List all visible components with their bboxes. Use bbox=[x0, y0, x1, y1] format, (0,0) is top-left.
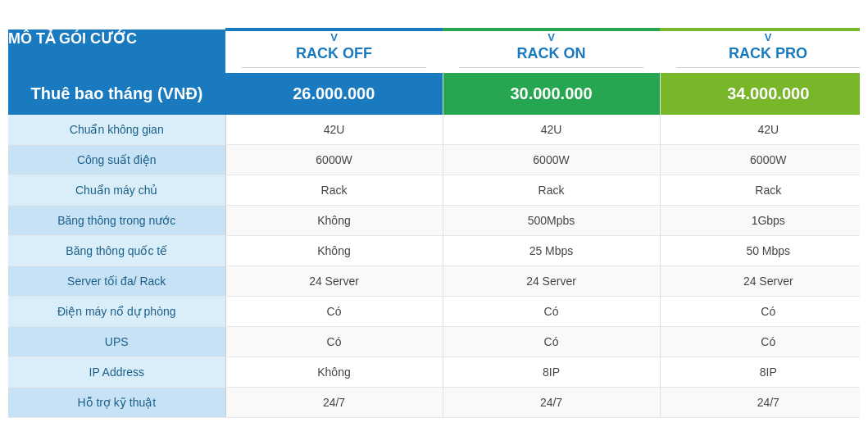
row-value-rack-on: 24 Server bbox=[443, 266, 660, 296]
table-row: UPS Có Có Có bbox=[8, 326, 860, 356]
price-label: Thuê bao tháng (VNĐ) bbox=[8, 73, 225, 115]
row-value-rack-pro: 50 Mbps bbox=[660, 235, 860, 266]
desc-label: MÔ TẢ GÓI CƯỚC bbox=[8, 30, 137, 47]
row-label: Chuẩn máy chủ bbox=[8, 175, 225, 205]
table-row: Băng thông trong nước Không 500Mpbs 1Gbp… bbox=[8, 205, 860, 235]
row-value-rack-off: 24/7 bbox=[225, 387, 443, 417]
row-value-rack-off: Rack bbox=[225, 175, 443, 205]
row-value-rack-on: Có bbox=[443, 296, 660, 326]
plan-divider-rack-on bbox=[459, 67, 643, 68]
plan-name-rack-on: RACK ON bbox=[443, 45, 660, 62]
table-row: Công suất điện 6000W 6000W 6000W bbox=[8, 144, 860, 175]
row-value-rack-pro: 6000W bbox=[660, 144, 860, 175]
row-value-rack-pro: Có bbox=[660, 296, 860, 326]
row-label: UPS bbox=[8, 326, 225, 356]
price-row: Thuê bao tháng (VNĐ) 26.000.000 30.000.0… bbox=[8, 73, 860, 115]
row-value-rack-pro: 24 Server bbox=[660, 266, 860, 296]
plan-v-rack-on: V bbox=[443, 31, 660, 43]
header-row: MÔ TẢ GÓI CƯỚC V RACK OFF V RACK ON V RA… bbox=[8, 30, 860, 73]
price-rack-off: 26.000.000 bbox=[225, 73, 443, 115]
row-value-rack-off: Không bbox=[225, 356, 443, 387]
row-label: Băng thông trong nước bbox=[8, 205, 225, 235]
plan-divider-rack-off bbox=[242, 67, 426, 68]
row-value-rack-off: 42U bbox=[225, 115, 443, 145]
table-row: Chuẩn máy chủ Rack Rack Rack bbox=[8, 175, 860, 205]
row-label: Chuẩn không gian bbox=[8, 115, 225, 145]
row-label: Điện máy nổ dự phòng bbox=[8, 296, 225, 326]
plan-header-rack-off: V RACK OFF bbox=[225, 30, 443, 73]
row-value-rack-pro: Có bbox=[660, 326, 860, 356]
table-row: IP Address Không 8IP 8IP bbox=[8, 356, 860, 387]
row-value-rack-pro: 8IP bbox=[660, 356, 860, 387]
row-value-rack-on: 6000W bbox=[443, 144, 660, 175]
table-title: MÔ TẢ GÓI CƯỚC bbox=[8, 30, 225, 73]
row-value-rack-on: 8IP bbox=[443, 356, 660, 387]
row-label: Hỗ trợ kỹ thuật bbox=[8, 387, 225, 417]
price-rack-pro: 34.000.000 bbox=[660, 73, 860, 115]
table-row: Chuẩn không gian 42U 42U 42U bbox=[8, 115, 860, 145]
plan-name-rack-off: RACK OFF bbox=[225, 45, 443, 62]
plan-v-rack-pro: V bbox=[660, 31, 860, 43]
table-row: Hỗ trợ kỹ thuật 24/7 24/7 24/7 bbox=[8, 387, 860, 417]
row-value-rack-off: Có bbox=[225, 296, 443, 326]
row-label: Băng thông quốc tế bbox=[8, 235, 225, 266]
plan-divider-rack-pro bbox=[676, 67, 860, 68]
row-value-rack-on: 42U bbox=[443, 115, 660, 145]
table-body: Thuê bao tháng (VNĐ) 26.000.000 30.000.0… bbox=[8, 73, 860, 418]
row-value-rack-pro: Rack bbox=[660, 175, 860, 205]
row-value-rack-off: Không bbox=[225, 235, 443, 266]
row-value-rack-off: Có bbox=[225, 326, 443, 356]
plan-v-rack-off: V bbox=[225, 31, 443, 43]
table-row: Server tối đa/ Rack 24 Server 24 Server … bbox=[8, 266, 860, 296]
plan-name-rack-pro: RACK PRO bbox=[660, 45, 860, 62]
row-value-rack-pro: 24/7 bbox=[660, 387, 860, 417]
row-label: Server tối đa/ Rack bbox=[8, 266, 225, 296]
row-value-rack-on: Rack bbox=[443, 175, 660, 205]
row-value-rack-off: 6000W bbox=[225, 144, 443, 175]
plan-header-rack-pro: V RACK PRO bbox=[660, 30, 860, 73]
row-value-rack-on: Có bbox=[443, 326, 660, 356]
row-value-rack-on: 500Mpbs bbox=[443, 205, 660, 235]
row-value-rack-off: 24 Server bbox=[225, 266, 443, 296]
table-row: Băng thông quốc tế Không 25 Mbps 50 Mbps bbox=[8, 235, 860, 266]
row-value-rack-on: 24/7 bbox=[443, 387, 660, 417]
price-rack-on: 30.000.000 bbox=[443, 73, 660, 115]
pricing-table: MÔ TẢ GÓI CƯỚC V RACK OFF V RACK ON V RA… bbox=[8, 28, 860, 418]
row-label: Công suất điện bbox=[8, 144, 225, 175]
row-value-rack-on: 25 Mbps bbox=[443, 235, 660, 266]
row-value-rack-off: Không bbox=[225, 205, 443, 235]
row-value-rack-pro: 1Gbps bbox=[660, 205, 860, 235]
table-row: Điện máy nổ dự phòng Có Có Có bbox=[8, 296, 860, 326]
plan-header-rack-on: V RACK ON bbox=[443, 30, 660, 73]
row-label: IP Address bbox=[8, 356, 225, 387]
row-value-rack-pro: 42U bbox=[660, 115, 860, 145]
